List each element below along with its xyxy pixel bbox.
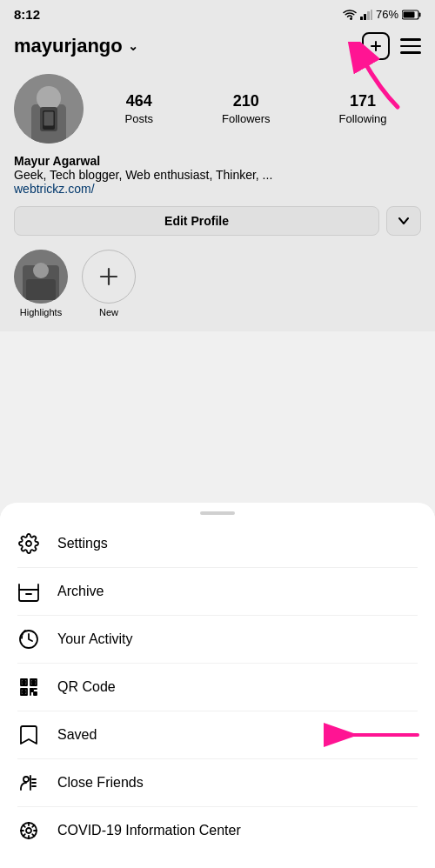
posts-stat[interactable]: 464 Posts — [124, 92, 153, 126]
chevron-down-icon — [398, 215, 410, 227]
svg-rect-30 — [23, 691, 25, 693]
bottom-sheet: Settings Archive Your Activi — [0, 503, 435, 868]
menu-item-your-activity[interactable]: Your Activity — [17, 616, 418, 664]
avatar-image — [14, 74, 84, 144]
close-friends-icon — [17, 771, 40, 794]
signal-icon — [360, 10, 372, 20]
posts-count: 464 — [124, 92, 153, 110]
svg-rect-0 — [360, 17, 363, 20]
covid-label: COVID-19 Information Center — [57, 823, 241, 838]
username-label: mayurjango — [14, 35, 123, 57]
following-count: 171 — [339, 92, 387, 110]
svg-line-50 — [32, 834, 34, 836]
svg-rect-18 — [26, 279, 56, 300]
stats-row: 464 Posts 210 Followers 171 Following — [14, 74, 421, 144]
saved-label: Saved — [57, 727, 97, 743]
battery-text: 76% — [376, 8, 398, 21]
svg-line-51 — [32, 825, 34, 827]
covid-icon — [17, 819, 40, 842]
top-nav: mayurjango ⌄ — [14, 32, 421, 60]
archive-label: Archive — [57, 584, 104, 599]
menu-item-saved[interactable]: Saved — [17, 711, 418, 759]
menu-item-close-friends[interactable]: Close Friends — [17, 759, 418, 807]
saved-arrow-annotation — [322, 722, 426, 748]
close-friends-label: Close Friends — [57, 775, 144, 791]
svg-line-49 — [23, 825, 25, 827]
highlight-image-0 — [14, 250, 68, 304]
hamburger-menu-button[interactable] — [400, 38, 421, 54]
username-row: mayurjango ⌄ — [14, 35, 138, 57]
svg-point-17 — [33, 263, 49, 278]
plus-icon — [97, 264, 121, 289]
edit-profile-button[interactable]: Edit Profile — [14, 206, 379, 236]
sheet-handle-area — [0, 503, 435, 520]
svg-rect-14 — [44, 112, 54, 126]
qr-code-icon — [17, 676, 40, 698]
svg-rect-1 — [364, 14, 366, 20]
highlight-item-0[interactable]: Highlights — [14, 250, 68, 317]
highlight-item-new[interactable]: New — [82, 250, 136, 317]
svg-point-11 — [37, 86, 61, 110]
stat-items: 464 Posts 210 Followers 171 Following — [90, 92, 421, 126]
svg-rect-6 — [404, 11, 415, 17]
menu-item-qr-code[interactable]: QR Code — [17, 664, 418, 711]
wifi-icon — [343, 10, 357, 20]
username-dropdown-icon[interactable]: ⌄ — [128, 39, 138, 53]
svg-line-52 — [23, 834, 25, 836]
activity-icon — [17, 628, 40, 651]
svg-rect-28 — [23, 681, 25, 684]
highlight-label-new: New — [99, 307, 118, 317]
status-time: 8:12 — [14, 7, 40, 22]
profile-dropdown-button[interactable] — [386, 206, 421, 236]
svg-rect-33 — [34, 692, 37, 695]
gear-icon — [17, 532, 40, 555]
highlight-label-0: Highlights — [20, 307, 62, 317]
svg-rect-3 — [371, 10, 372, 20]
battery-icon — [402, 10, 421, 20]
profile-area: mayurjango ⌄ — [0, 25, 435, 331]
menu-line-2 — [400, 45, 421, 48]
svg-point-44 — [26, 828, 31, 833]
top-icons — [362, 32, 421, 60]
sheet-handle — [200, 511, 235, 515]
qr-code-label: QR Code — [57, 679, 116, 695]
highlights-row: Highlights New — [14, 250, 421, 317]
following-label: Following — [339, 112, 387, 125]
plus-square-icon — [368, 38, 384, 54]
archive-icon — [17, 580, 40, 603]
svg-rect-2 — [367, 11, 370, 20]
svg-rect-29 — [32, 681, 35, 684]
bio-description: Geek, Tech blogger, Web enthusiast, Thin… — [14, 168, 421, 182]
settings-label: Settings — [57, 536, 108, 551]
posts-label: Posts — [124, 112, 153, 125]
add-post-button[interactable] — [362, 32, 390, 60]
highlight-circle-0 — [14, 250, 68, 304]
menu-line-3 — [400, 51, 421, 54]
svg-point-38 — [23, 777, 29, 782]
svg-point-22 — [26, 541, 31, 546]
edit-profile-row: Edit Profile — [14, 206, 421, 236]
followers-count: 210 — [222, 92, 271, 110]
your-activity-label: Your Activity — [57, 631, 133, 647]
status-icons: 76% — [343, 8, 421, 21]
following-stat[interactable]: 171 Following — [339, 92, 387, 126]
menu-list: Settings Archive Your Activi — [0, 520, 435, 854]
menu-item-settings[interactable]: Settings — [17, 520, 418, 568]
svg-rect-32 — [30, 689, 33, 691]
status-bar: 8:12 76% — [0, 0, 435, 25]
full-name: Mayur Agarwal — [14, 154, 421, 168]
menu-item-archive[interactable]: Archive — [17, 568, 418, 616]
svg-rect-5 — [419, 12, 421, 17]
menu-line-1 — [400, 38, 421, 41]
followers-label: Followers — [222, 112, 271, 125]
avatar — [14, 74, 84, 144]
menu-item-covid[interactable]: COVID-19 Information Center — [17, 807, 418, 854]
followers-stat[interactable]: 210 Followers — [222, 92, 271, 126]
bookmark-icon — [17, 724, 40, 746]
bio-link[interactable]: webtrickz.com/ — [14, 182, 421, 196]
bio-section: Mayur Agarwal Geek, Tech blogger, Web en… — [14, 154, 421, 196]
highlight-add-circle[interactable] — [82, 250, 136, 304]
